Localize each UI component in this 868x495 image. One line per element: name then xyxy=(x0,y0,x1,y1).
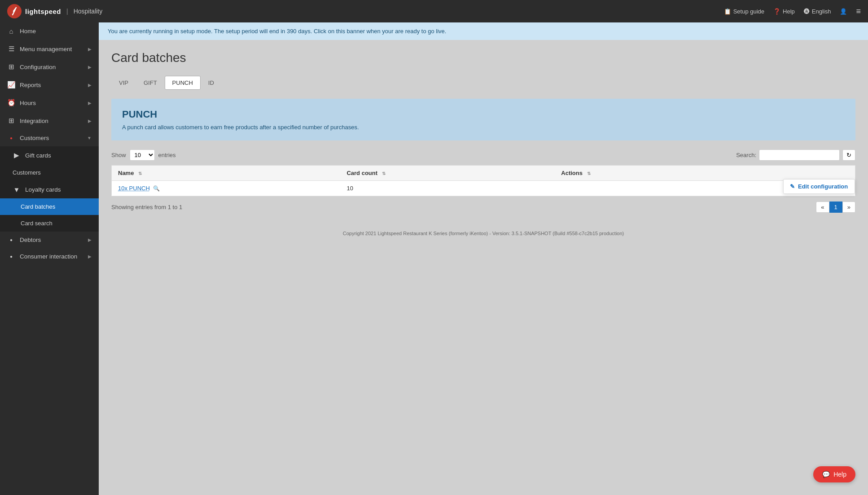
setup-banner-text: You are currently running in setup mode.… xyxy=(108,28,446,35)
help-link[interactable]: ❓ Help xyxy=(773,8,795,15)
sidebar-item-integration[interactable]: ⊞ Integration ▶ xyxy=(0,112,99,130)
row-name-link[interactable]: 10x PUNCH xyxy=(118,185,150,192)
punch-title: PUNCH xyxy=(122,109,845,120)
tab-punch[interactable]: PUNCH xyxy=(165,76,201,90)
help-icon: ❓ xyxy=(773,8,780,15)
language-label: English xyxy=(812,8,831,15)
sidebar-label-configuration: Configuration xyxy=(20,64,56,70)
edit-icon: ✎ xyxy=(790,183,795,190)
setup-guide-label: Setup guide xyxy=(733,8,764,15)
sort-icon-actions: ⇅ xyxy=(587,171,591,176)
current-page-button[interactable]: 1 xyxy=(829,202,842,213)
menu-management-icon: ☰ xyxy=(7,45,15,53)
sidebar-label-reports: Reports xyxy=(20,82,41,88)
loyalty-cards-submenu: Card batches Card search xyxy=(0,198,99,232)
show-entries: Show 10 25 50 100 entries xyxy=(111,149,176,161)
sidebar-label-card-batches: Card batches xyxy=(21,203,55,210)
logo-icon xyxy=(7,4,22,18)
entries-label: entries xyxy=(158,152,176,158)
consumer-icon: ● xyxy=(7,254,15,259)
sidebar-label-debtors: Debtors xyxy=(20,237,41,243)
integration-icon: ⊞ xyxy=(7,117,15,125)
extra-menu[interactable]: ≡ xyxy=(856,7,861,16)
sidebar-label-consumer-interaction: Consumer interaction xyxy=(20,253,77,260)
sidebar-item-customers-sub[interactable]: Customers xyxy=(0,164,99,181)
tab-id[interactable]: ID xyxy=(201,76,222,90)
sidebar-label-hours: Hours xyxy=(20,100,36,106)
search-label: Search: xyxy=(736,152,756,158)
col-actions-label: Actions xyxy=(561,170,583,176)
col-name[interactable]: Name ⇅ xyxy=(112,166,341,181)
prev-page-button[interactable]: « xyxy=(816,202,829,213)
chevron-right-icon-4: ▶ xyxy=(88,101,92,105)
page-footer: Copyright 2021 Lightspeed Restaurant K S… xyxy=(111,231,855,245)
tab-gift[interactable]: GIFT xyxy=(136,76,165,90)
search-input[interactable] xyxy=(759,149,840,161)
refresh-button[interactable]: ↻ xyxy=(842,149,855,161)
logo-product: Hospitality xyxy=(74,8,103,15)
next-page-button[interactable]: » xyxy=(842,202,855,213)
sidebar-label-customers-sub: Customers xyxy=(13,169,41,176)
sidebar-item-card-search[interactable]: Card search xyxy=(0,215,99,232)
sidebar-item-loyalty-cards[interactable]: ▼ Loyalty cards xyxy=(0,181,99,198)
col-card-count[interactable]: Card count ⇅ xyxy=(340,166,555,181)
help-fab[interactable]: 💬 Help xyxy=(813,466,855,482)
sidebar-item-reports[interactable]: 📈 Reports ▶ xyxy=(0,76,99,94)
extra-icon: ≡ xyxy=(856,7,861,16)
sidebar-label-loyalty-cards: Loyalty cards xyxy=(25,186,61,193)
col-card-count-label: Card count xyxy=(346,170,377,176)
sort-icon-card-count: ⇅ xyxy=(382,171,386,176)
cell-name: 10x PUNCH 🔍 xyxy=(112,181,341,196)
chevron-right-icon-6: ▶ xyxy=(88,237,92,242)
reports-icon: 📈 xyxy=(7,81,15,89)
card-count-value: 10 xyxy=(346,185,353,192)
table-row: 10x PUNCH 🔍 10 xyxy=(112,181,855,196)
gift-cards-icon: ▶ xyxy=(13,151,21,159)
topnav: lightspeed | Hospitality 📋 Setup guide ❓… xyxy=(0,0,868,22)
sidebar-item-card-batches[interactable]: Card batches xyxy=(0,198,99,215)
logo-brand: lightspeed xyxy=(25,8,61,15)
sidebar-label-card-search: Card search xyxy=(21,220,53,227)
table-header: Name ⇅ Card count ⇅ Actions ⇅ xyxy=(112,166,855,181)
table-controls: Show 10 25 50 100 entries Search: ↻ xyxy=(111,149,855,161)
sidebar-item-debtors[interactable]: ● Debtors ▶ xyxy=(0,232,99,248)
loyalty-cards-icon: ▼ xyxy=(13,186,21,193)
entries-select[interactable]: 10 25 50 100 xyxy=(130,149,155,161)
user-menu[interactable]: 👤 xyxy=(840,8,847,15)
table-body: 10x PUNCH 🔍 10 xyxy=(112,181,855,196)
language-selector[interactable]: 🅐 English xyxy=(804,8,831,15)
setup-guide-icon: 📋 xyxy=(724,8,731,15)
help-label: Help xyxy=(783,8,795,15)
sidebar-item-customers[interactable]: ● Customers ▼ xyxy=(0,130,99,146)
setup-guide-link[interactable]: 📋 Setup guide xyxy=(724,8,764,15)
pagination-buttons: « 1 » xyxy=(816,202,855,213)
chevron-right-icon-7: ▶ xyxy=(88,254,92,259)
configuration-icon: ⊞ xyxy=(7,63,15,71)
setup-banner[interactable]: You are currently running in setup mode.… xyxy=(99,22,868,40)
logo-separator: | xyxy=(66,8,68,15)
chevron-right-icon-5: ▶ xyxy=(88,118,92,123)
sidebar-label-integration: Integration xyxy=(20,118,48,124)
customers-submenu: ▶ Gift cards Customers ▼ Loyalty cards C… xyxy=(0,146,99,232)
sidebar-item-hours[interactable]: ⏰ Hours ▶ xyxy=(0,94,99,112)
chevron-right-icon: ▶ xyxy=(88,47,92,52)
sidebar-item-configuration[interactable]: ⊞ Configuration ▶ xyxy=(0,58,99,76)
user-icon: 👤 xyxy=(840,8,847,15)
sidebar-item-gift-cards[interactable]: ▶ Gift cards xyxy=(0,146,99,164)
help-fab-label: Help xyxy=(833,471,846,478)
sidebar-item-menu-management[interactable]: ☰ Menu management ▶ xyxy=(0,40,99,58)
tab-vip[interactable]: VIP xyxy=(111,76,136,90)
showing-text: Showing entries from 1 to 1 xyxy=(111,204,182,210)
row-search-icon[interactable]: 🔍 xyxy=(153,185,160,192)
tab-bar: VIP GIFT PUNCH ID xyxy=(111,76,855,90)
customers-icon: ● xyxy=(7,136,15,140)
main-layout: ⌂ Home ☰ Menu management ▶ ⊞ Configurati… xyxy=(0,22,868,495)
edit-configuration-item[interactable]: ✎ Edit configuration xyxy=(784,180,855,193)
sidebar-item-home[interactable]: ⌂ Home xyxy=(0,22,99,40)
sidebar-label-home: Home xyxy=(20,28,36,35)
search-area: Search: ↻ xyxy=(736,149,855,161)
table-header-row: Name ⇅ Card count ⇅ Actions ⇅ xyxy=(112,166,855,181)
edit-configuration-label: Edit configuration xyxy=(798,183,848,190)
page-title: Card batches xyxy=(111,51,855,65)
sidebar-item-consumer-interaction[interactable]: ● Consumer interaction ▶ xyxy=(0,248,99,265)
